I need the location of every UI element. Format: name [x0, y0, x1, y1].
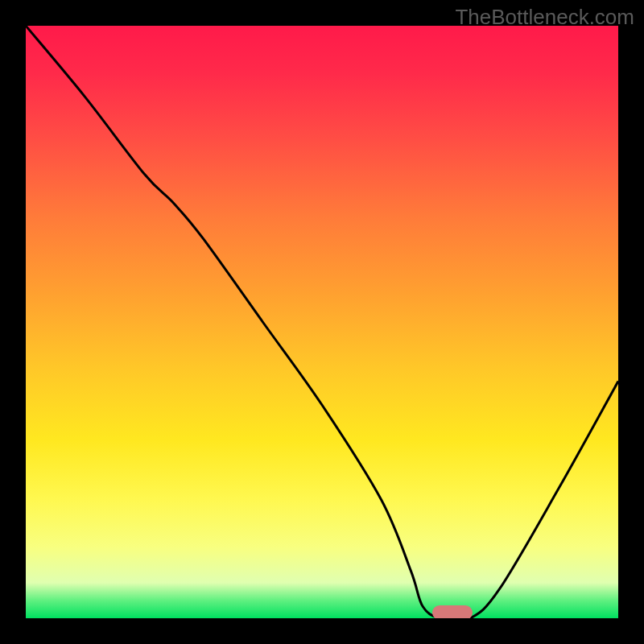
- plot-area: [26, 26, 618, 618]
- selected-config-marker: [432, 605, 473, 618]
- bottleneck-curve: [26, 26, 618, 618]
- watermark-text: TheBottleneck.com: [455, 5, 634, 30]
